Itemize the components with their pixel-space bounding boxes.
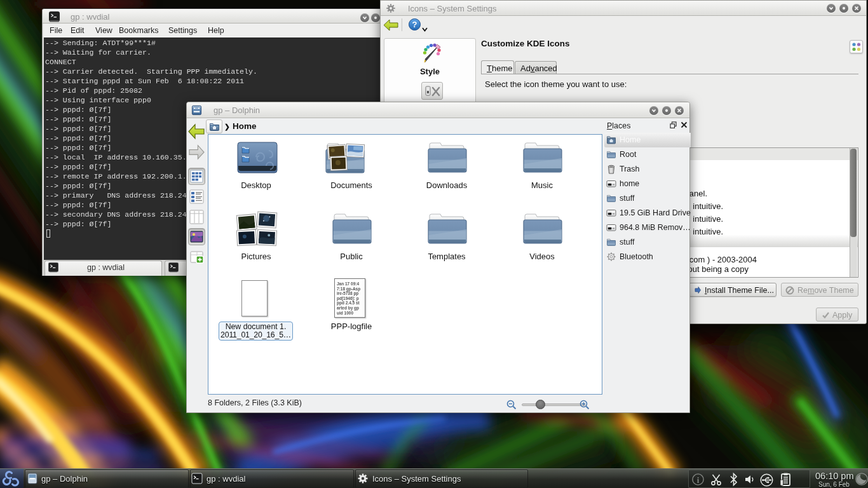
svg-text:?: ? [412,20,417,29]
svg-text:i: i [697,475,700,485]
